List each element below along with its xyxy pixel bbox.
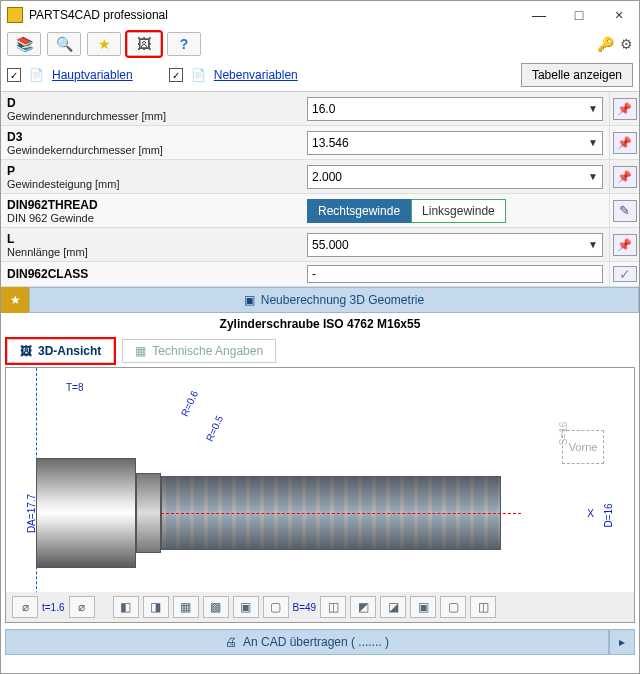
edit-button[interactable]	[613, 200, 637, 222]
minimize-button[interactable]: —	[519, 1, 559, 29]
variables-row: ✓ 📄 Hauptvariablen ✓ 📄 Nebenvariablen Ta…	[1, 59, 639, 91]
pin-button[interactable]	[613, 234, 637, 256]
dim-X: X	[587, 508, 594, 519]
export-button[interactable]: 🖨 An CAD übertragen ( ....... )	[5, 629, 609, 655]
vtb-wire[interactable]: ▦	[173, 596, 199, 618]
recalc-button[interactable]: ▣ Neuberechnung 3D Geometrie	[29, 287, 639, 313]
param-row-L: LNennlänge [mm] 55.000▼	[1, 228, 639, 262]
param-row-thread: DIN962THREADDIN 962 Gewinde Rechtsgewind…	[1, 194, 639, 228]
gear-icon[interactable]: ⚙	[620, 36, 633, 52]
dim-DA: DA=17.7	[26, 494, 37, 533]
vtb-cube2[interactable]: ▢	[263, 596, 289, 618]
vtb-iso2[interactable]: ◨	[143, 596, 169, 618]
neben-link[interactable]: Nebenvariablen	[214, 68, 298, 82]
haupt-checkbox[interactable]: ✓	[7, 68, 21, 82]
param-combo-L[interactable]: 55.000▼	[307, 233, 603, 257]
param-combo-P[interactable]: 2.000▼	[307, 165, 603, 189]
dim-t: t=1.6	[42, 602, 65, 613]
neben-checkbox[interactable]: ✓	[169, 68, 183, 82]
thread-right-toggle[interactable]: Rechtsgewinde	[307, 199, 411, 223]
view-button[interactable]: 🖼	[127, 32, 161, 56]
chevron-down-icon: ▼	[588, 137, 598, 148]
thread-left-toggle[interactable]: Linksgewinde	[411, 199, 506, 223]
recalc-bar: ★ ▣ Neuberechnung 3D Geometrie	[1, 287, 639, 313]
pin-button[interactable]	[613, 166, 637, 188]
question-icon: ?	[180, 36, 189, 52]
vtb-cube1[interactable]: ▣	[233, 596, 259, 618]
param-row-class: DIN962CLASS -	[1, 262, 639, 287]
haupt-icon: 📄	[29, 68, 44, 82]
image-icon: 🖼	[137, 36, 151, 52]
app-icon	[7, 7, 23, 23]
tab-tech-info[interactable]: ▦ Technische Angaben	[122, 339, 276, 363]
dim-T: T=8	[66, 382, 84, 393]
vtb-cylinder[interactable]: ⌀	[12, 596, 38, 618]
3d-viewport[interactable]: T=8 DA=17.7 R=0.6 R=0.5 X D=16 S=16 Vorn…	[5, 367, 635, 623]
view-tabs: 🖼 3D-Ansicht ▦ Technische Angaben	[1, 335, 639, 367]
pin-button[interactable]	[613, 98, 637, 120]
screw-neck	[136, 473, 161, 553]
magnifier-icon: 🔍	[56, 36, 73, 52]
catalog-button[interactable]: 📚	[7, 32, 41, 56]
dim-R2: R=0.5	[204, 414, 225, 443]
search-button[interactable]: 🔍	[47, 32, 81, 56]
help-button[interactable]: ?	[167, 32, 201, 56]
vtb-shade[interactable]: ▩	[203, 596, 229, 618]
chevron-down-icon: ▼	[588, 103, 598, 114]
confirm-button[interactable]	[613, 266, 637, 282]
vtb-cube8[interactable]: ◫	[470, 596, 496, 618]
vtb-iso1[interactable]: ◧	[113, 596, 139, 618]
vtb-cube6[interactable]: ▣	[410, 596, 436, 618]
param-row-D: DGewindenenndurchmesser [mm] 16.0▼	[1, 92, 639, 126]
dim-R1: R=0.6	[179, 389, 200, 418]
key-icon[interactable]: 🔑	[597, 36, 614, 52]
axis-horizontal	[161, 513, 521, 514]
show-table-button[interactable]: Tabelle anzeigen	[521, 63, 633, 87]
vtb-cylinder2[interactable]: ⌀	[69, 596, 95, 618]
parameter-table: DGewindenenndurchmesser [mm] 16.0▼ D3Gew…	[1, 91, 639, 287]
title-bar: PARTS4CAD professional — □ ×	[1, 1, 639, 29]
recalc-star-icon[interactable]: ★	[1, 287, 29, 313]
tab-3d-view[interactable]: 🖼 3D-Ansicht	[7, 339, 114, 363]
export-icon: 🖨	[225, 635, 237, 649]
close-button[interactable]: ×	[599, 1, 639, 29]
neben-icon: 📄	[191, 68, 206, 82]
app-title: PARTS4CAD professional	[29, 8, 519, 22]
haupt-link[interactable]: Hauptvariablen	[52, 68, 133, 82]
param-combo-D[interactable]: 16.0▼	[307, 97, 603, 121]
pin-button[interactable]	[613, 132, 637, 154]
dim-B: B=49	[293, 602, 317, 613]
screw-head	[36, 458, 136, 568]
part-title: Zylinderschraube ISO 4762 M16x55	[1, 313, 639, 335]
param-row-P: PGewindesteigung [mm] 2.000▼	[1, 160, 639, 194]
chevron-down-icon: ▼	[588, 171, 598, 182]
maximize-button[interactable]: □	[559, 1, 599, 29]
param-row-D3: D3Gewindekerndurchmesser [mm] 13.546▼	[1, 126, 639, 160]
dim-D: D=16	[602, 503, 613, 527]
vtb-cube5[interactable]: ◪	[380, 596, 406, 618]
cube-icon: ▣	[244, 293, 255, 307]
vtb-cube3[interactable]: ◫	[320, 596, 346, 618]
books-icon: 📚	[16, 36, 33, 52]
param-combo-D3[interactable]: 13.546▼	[307, 131, 603, 155]
image-icon: 🖼	[20, 344, 32, 358]
param-desc: Gewindenenndurchmesser [mm]	[7, 110, 295, 122]
param-code: D	[7, 96, 295, 110]
info-icon: ▦	[135, 344, 146, 358]
thread-toggle: Rechtsgewinde Linksgewinde	[307, 199, 506, 223]
chevron-down-icon: ▼	[588, 239, 598, 250]
export-bar: 🖨 An CAD übertragen ( ....... ) ▸	[5, 629, 635, 655]
vtb-cube7[interactable]: ▢	[440, 596, 466, 618]
favorite-button[interactable]: ★	[87, 32, 121, 56]
star-icon: ★	[98, 36, 111, 52]
viewport-toolbar: ⌀ t=1.6 ⌀ ◧ ◨ ▦ ▩ ▣ ▢ B=49 ◫ ◩ ◪ ▣ ▢ ◫	[6, 592, 634, 622]
vtb-cube4[interactable]: ◩	[350, 596, 376, 618]
param-combo-class[interactable]: -	[307, 265, 603, 283]
export-dropdown[interactable]: ▸	[609, 629, 635, 655]
main-toolbar: 📚 🔍 ★ 🖼 ? 🔑 ⚙	[1, 29, 639, 59]
front-view-box: Vorne	[562, 430, 604, 464]
